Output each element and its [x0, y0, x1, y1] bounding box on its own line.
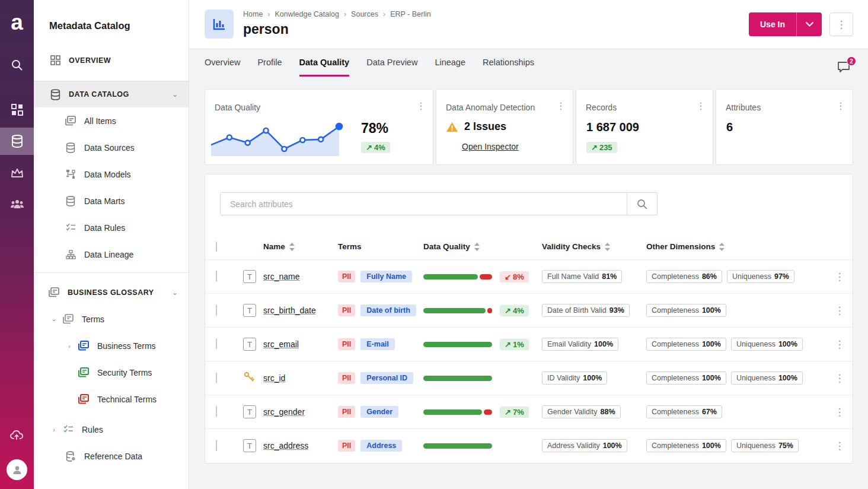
- quality-crown-icon[interactable]: [0, 159, 34, 186]
- use-in-split-button[interactable]: Use In: [749, 12, 822, 36]
- row-checkbox[interactable]: [216, 338, 217, 350]
- breadcrumb-home[interactable]: Home: [243, 10, 263, 18]
- tab-profile[interactable]: Profile: [257, 58, 282, 77]
- validity-chip[interactable]: Gender Validity88%: [542, 405, 621, 418]
- pii-badge[interactable]: PII: [338, 372, 355, 384]
- row-checkbox[interactable]: [216, 406, 217, 417]
- use-in-button[interactable]: Use In: [749, 12, 796, 36]
- dimension-chip[interactable]: Uniqueness100%: [731, 371, 803, 385]
- sidebar-item-all-items[interactable]: All Items: [34, 107, 189, 134]
- validity-chip[interactable]: Address Validity100%: [542, 439, 627, 452]
- attribute-name-link[interactable]: src_id: [263, 373, 338, 383]
- search-button[interactable]: [627, 193, 657, 215]
- validity-chip[interactable]: Date of Birth Valid93%: [542, 304, 630, 317]
- sidebar-item-data-sources[interactable]: Data Sources: [34, 134, 189, 161]
- sidebar-item-business-terms[interactable]: › Business Terms: [34, 332, 189, 359]
- sidebar-item-data-catalog[interactable]: DATA CATALOG ⌄: [34, 81, 189, 107]
- row-checkbox[interactable]: [216, 440, 217, 451]
- attribute-name-link[interactable]: src_email: [263, 339, 338, 349]
- card-menu-button[interactable]: ⋮: [836, 100, 845, 112]
- cloud-sync-icon[interactable]: [0, 421, 34, 449]
- attribute-name-link[interactable]: src_name: [263, 272, 338, 281]
- row-menu-button[interactable]: ⋮: [826, 406, 853, 418]
- breadcrumb-sources[interactable]: Sources: [351, 10, 378, 18]
- row-menu-button[interactable]: ⋮: [826, 440, 853, 452]
- pii-badge[interactable]: PII: [338, 440, 355, 452]
- sidebar-item-rules[interactable]: › Rules: [34, 416, 189, 443]
- attribute-name-link[interactable]: src_gender: [263, 407, 338, 417]
- validity-chip[interactable]: Email Validity100%: [542, 338, 618, 351]
- sidebar-item-overview[interactable]: OVERVIEW: [34, 47, 189, 74]
- search-input[interactable]: [221, 193, 627, 215]
- sidebar-item-technical-terms[interactable]: Technical Terms: [34, 386, 189, 412]
- dimension-chip[interactable]: Uniqueness97%: [727, 270, 794, 283]
- card-menu-button[interactable]: ⋮: [696, 100, 706, 112]
- dimension-chip[interactable]: Completeness86%: [646, 270, 722, 283]
- breadcrumb-knowledge-catalog[interactable]: Konwledge Catalog: [275, 10, 339, 18]
- attribute-name-link[interactable]: src_address: [263, 441, 338, 450]
- column-header-validity-checks[interactable]: Validity Checks: [542, 242, 646, 251]
- dimension-chip[interactable]: Completeness100%: [646, 304, 726, 317]
- tab-data-quality[interactable]: Data Quality: [299, 58, 350, 77]
- chevron-right-icon[interactable]: ›: [49, 426, 59, 433]
- tab-overview[interactable]: Overview: [205, 58, 240, 77]
- sidebar-item-reference-data[interactable]: Reference Data: [34, 443, 189, 469]
- header-menu-button[interactable]: ⋮: [829, 12, 853, 36]
- term-badge[interactable]: Date of birth: [360, 304, 416, 316]
- sidebar-item-data-models[interactable]: Data Models: [34, 161, 189, 188]
- column-header-other-dimensions[interactable]: Other Dimensions: [646, 242, 826, 251]
- row-checkbox[interactable]: [216, 271, 217, 282]
- pii-badge[interactable]: PII: [338, 338, 355, 350]
- column-header-data-quality[interactable]: Data Quality: [423, 242, 542, 251]
- tab-relationships[interactable]: Relationships: [483, 58, 534, 77]
- use-in-dropdown-button[interactable]: [797, 12, 822, 36]
- pii-badge[interactable]: PII: [338, 304, 355, 316]
- sidebar-item-terms[interactable]: ⌄ Terms: [34, 306, 189, 332]
- sidebar-item-data-rules[interactable]: Data Rules: [34, 214, 189, 241]
- data-quality-bar: [423, 443, 492, 449]
- row-checkbox[interactable]: [216, 304, 217, 316]
- row-checkbox[interactable]: [216, 372, 217, 383]
- sidebar-item-business-glossary[interactable]: BUSINESS GLOSSARY ⌄: [34, 279, 189, 306]
- chevron-right-icon[interactable]: ›: [65, 342, 74, 350]
- chevron-down-icon[interactable]: ⌄: [49, 315, 59, 323]
- tab-data-preview[interactable]: Data Preview: [366, 58, 417, 77]
- tab-lineage[interactable]: Lineage: [435, 58, 465, 77]
- dimension-chip[interactable]: Completeness100%: [646, 371, 726, 385]
- select-all-checkbox[interactable]: [216, 242, 217, 252]
- card-menu-button[interactable]: ⋮: [416, 100, 426, 112]
- row-menu-button[interactable]: ⋮: [826, 271, 853, 283]
- dimension-chip[interactable]: Completeness100%: [646, 439, 726, 452]
- term-badge[interactable]: Gender: [360, 406, 398, 418]
- sidebar-item-security-terms[interactable]: Security Terms: [34, 359, 189, 386]
- dimension-chip[interactable]: Completeness100%: [646, 338, 726, 351]
- row-menu-button[interactable]: ⋮: [826, 372, 853, 385]
- open-inspector-link[interactable]: Open Inspector: [462, 142, 519, 151]
- term-badge[interactable]: Fully Name: [360, 271, 412, 282]
- apps-grid-icon[interactable]: [0, 96, 34, 123]
- comments-button[interactable]: 2: [837, 61, 853, 75]
- term-badge[interactable]: Address: [360, 440, 402, 452]
- dimension-chip[interactable]: Uniqueness75%: [731, 439, 799, 452]
- term-badge[interactable]: Personal ID: [360, 372, 413, 384]
- row-menu-button[interactable]: ⋮: [826, 338, 853, 351]
- card-menu-button[interactable]: ⋮: [556, 100, 566, 112]
- validity-chip[interactable]: ID Validity100%: [542, 371, 607, 385]
- column-header-name[interactable]: Name: [263, 242, 338, 251]
- community-icon[interactable]: [0, 190, 34, 218]
- breadcrumb-erp-berlin[interactable]: ERP - Berlin: [390, 10, 431, 18]
- row-menu-button[interactable]: ⋮: [826, 304, 853, 317]
- term-badge[interactable]: E-mail: [360, 338, 395, 350]
- search-icon[interactable]: [0, 51, 34, 78]
- pii-badge[interactable]: PII: [338, 406, 355, 418]
- data-catalog-icon[interactable]: [0, 128, 34, 155]
- dimension-chip[interactable]: Uniqueness100%: [731, 338, 803, 351]
- attribute-name-link[interactable]: src_birth_date: [263, 306, 338, 315]
- sidebar-item-data-marts[interactable]: Data Marts: [34, 188, 189, 214]
- dimension-chip[interactable]: Completeness67%: [646, 405, 722, 418]
- sidebar-item-data-lineage[interactable]: Data Lineage: [34, 241, 189, 268]
- brand-logo[interactable]: a: [0, 8, 34, 37]
- validity-chip[interactable]: Full Name Valid81%: [542, 270, 622, 283]
- pii-badge[interactable]: PII: [338, 271, 355, 282]
- user-avatar[interactable]: [7, 459, 27, 480]
